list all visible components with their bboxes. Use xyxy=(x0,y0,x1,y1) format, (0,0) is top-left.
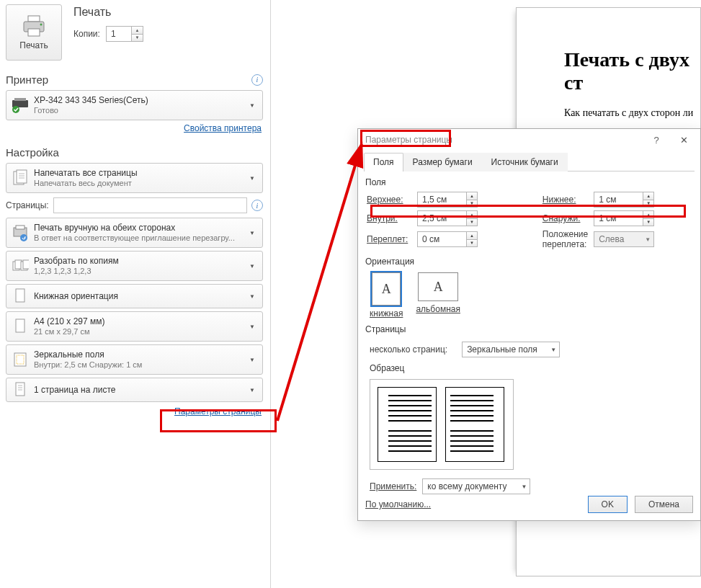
top-margin-label: Верхнее: xyxy=(364,190,414,209)
print-button[interactable]: Печать xyxy=(6,4,62,61)
tab-paper-size[interactable]: Размер бумаги xyxy=(403,153,482,172)
svg-point-3 xyxy=(40,24,43,26)
portrait-icon xyxy=(11,287,30,306)
inside-margin-label: Внутри: xyxy=(364,209,414,228)
svg-point-6 xyxy=(12,106,19,113)
svg-rect-18 xyxy=(23,260,29,269)
pages-group-label: Страницы xyxy=(365,324,695,334)
chevron-down-icon: ▼ xyxy=(245,230,259,236)
pages-info-icon[interactable]: i xyxy=(251,200,263,211)
svg-rect-2 xyxy=(28,29,40,36)
multi-pages-label: несколько страниц: xyxy=(370,344,447,355)
printer-status-icon xyxy=(11,96,30,115)
sample-group-label: Образец xyxy=(370,363,695,373)
orientation-portrait[interactable]: Aкнижная xyxy=(370,272,403,318)
printer-section: Принтер i xyxy=(6,74,263,86)
ok-button[interactable]: OK xyxy=(588,496,628,513)
svg-rect-20 xyxy=(16,319,24,332)
paper-icon xyxy=(11,317,30,336)
chevron-down-icon: ▼ xyxy=(245,263,259,270)
fields-group-label: Поля xyxy=(365,177,695,187)
printer-properties-link[interactable]: Свойства принтера xyxy=(184,123,262,133)
chevron-down-icon: ▼ xyxy=(245,324,259,330)
inside-margin-input[interactable]: 2,5 см▲▼ xyxy=(417,210,478,226)
margins-dropdown[interactable]: Зеркальные поляВнутри: 2,5 см Снаружи: 1… xyxy=(6,344,263,375)
pages-input[interactable] xyxy=(53,197,247,213)
bottom-margin-input[interactable]: 1 см▲▼ xyxy=(594,192,654,208)
annotation-arrow xyxy=(274,138,371,427)
gutter-pos-select: Слева▼ xyxy=(594,231,654,247)
svg-rect-13 xyxy=(16,226,24,229)
chevron-down-icon: ▼ xyxy=(245,293,259,300)
multi-pages-select[interactable]: Зеркальные поля▼ xyxy=(462,342,560,357)
orientation-group-label: Ориентация xyxy=(365,257,695,267)
doc-heading: Печать с двух ст xyxy=(564,48,700,94)
svg-rect-0 xyxy=(28,16,40,22)
print-panel: Печать Печать Копии: 1 ▲▼ Принтер i xyxy=(0,0,271,588)
page-setup-dialog: Параметры страницы ? ✕ Поля Размер бумаг… xyxy=(357,128,701,521)
pages-per-sheet-dropdown[interactable]: 1 страница на листе ▼ xyxy=(6,378,263,402)
pages-label: Страницы: xyxy=(6,200,49,210)
apply-to-select[interactable]: ко всему документу▼ xyxy=(422,478,530,494)
top-margin-input[interactable]: 1,5 см▲▼ xyxy=(417,192,478,208)
collate-icon xyxy=(11,257,30,275)
copies-spinner[interactable]: 1 ▲▼ xyxy=(106,26,143,42)
doc-text: Как печатать с двух сторон ли xyxy=(564,107,700,119)
single-page-icon xyxy=(11,380,30,399)
chevron-down-icon: ▼ xyxy=(245,102,259,109)
duplex-dropdown[interactable]: Печать вручную на обеих сторонахВ ответ … xyxy=(6,218,263,248)
pages-icon xyxy=(11,169,30,187)
dialog-titlebar: Параметры страницы ? ✕ xyxy=(358,129,700,151)
tab-fields[interactable]: Поля xyxy=(364,153,403,172)
cancel-button[interactable]: Отмена xyxy=(635,496,693,513)
orientation-dropdown[interactable]: Книжная ориентация ▼ xyxy=(6,284,263,308)
paper-dropdown[interactable]: A4 (210 x 297 мм)21 см x 29,7 см ▼ xyxy=(6,311,263,342)
svg-rect-19 xyxy=(16,289,24,302)
dialog-close-button[interactable]: ✕ xyxy=(671,132,696,148)
outside-margin-input[interactable]: 1 см▲▼ xyxy=(594,210,654,226)
orientation-landscape[interactable]: Aальбомная xyxy=(416,272,460,318)
gutter-input[interactable]: 0 см▲▼ xyxy=(417,231,478,247)
svg-rect-23 xyxy=(16,383,24,396)
gutter-label: Переплет: xyxy=(364,228,414,251)
outside-margin-label: Снаружи: xyxy=(540,209,591,228)
default-button[interactable]: По умолчанию... xyxy=(365,499,431,509)
chevron-down-icon: ▼ xyxy=(245,357,259,363)
page-setup-link[interactable]: Параметры страницы xyxy=(174,406,262,416)
tab-paper-source[interactable]: Источник бумаги xyxy=(482,153,568,172)
print-title: Печать xyxy=(73,6,263,19)
collate-dropdown[interactable]: Разобрать по копиям1,2,3 1,2,3 1,2,3 ▼ xyxy=(6,251,263,281)
dialog-help-button[interactable]: ? xyxy=(644,132,669,148)
chevron-down-icon: ▼ xyxy=(245,387,259,393)
margins-icon xyxy=(11,350,30,369)
print-range-dropdown[interactable]: Напечатать все страницыНапечатать весь д… xyxy=(6,163,263,193)
settings-section: Настройка xyxy=(6,146,263,159)
copies-label: Копии: xyxy=(73,29,100,39)
svg-line-27 xyxy=(277,144,362,421)
chevron-down-icon: ▼ xyxy=(245,175,259,182)
sample-preview xyxy=(370,379,514,470)
gutter-pos-label: Положение переплета: xyxy=(540,228,591,251)
apply-to-label: Применить: xyxy=(370,481,416,491)
printer-info-icon[interactable]: i xyxy=(251,74,263,86)
printer-icon xyxy=(21,14,47,37)
svg-rect-8 xyxy=(17,170,27,183)
bottom-margin-label: Нижнее: xyxy=(540,190,591,209)
duplex-icon xyxy=(11,223,30,242)
printer-dropdown[interactable]: XP-342 343 345 Series(Сеть) Готово ▼ xyxy=(6,90,263,120)
svg-rect-5 xyxy=(14,98,26,101)
